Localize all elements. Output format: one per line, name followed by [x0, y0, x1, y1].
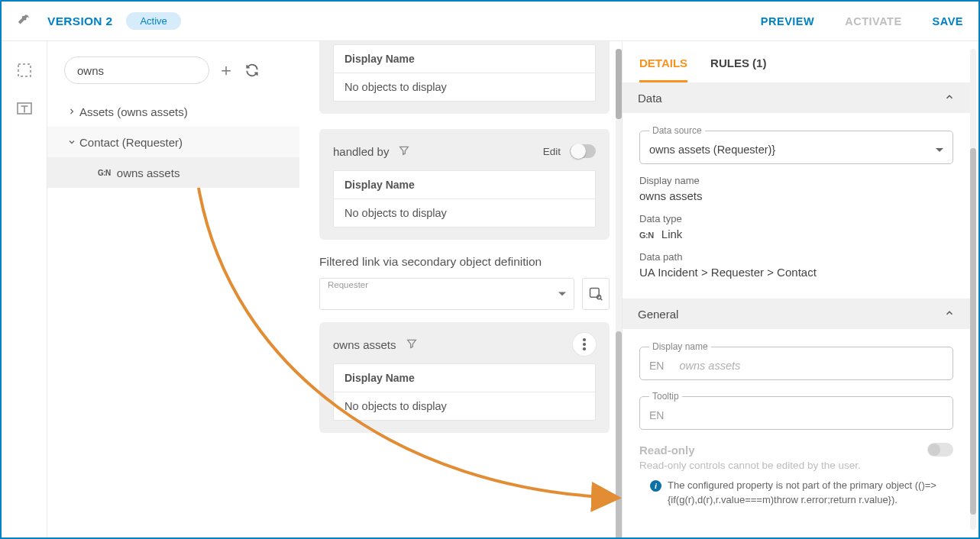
field-label: Data type	[639, 213, 953, 224]
canvas-scrollbar[interactable]	[616, 49, 622, 530]
activate-button: ACTIVATE	[845, 15, 901, 27]
text-frame-icon[interactable]	[15, 99, 34, 118]
chevron-down-icon	[558, 292, 566, 296]
card-affected-devices[interactable]: Affected devices Edit Display Name No ob…	[319, 41, 610, 114]
column-header: Display Name	[334, 45, 595, 73]
details-panel: DETAILS RULES (1) Data Data source owns …	[622, 41, 978, 537]
details-scrollbar[interactable]	[970, 49, 976, 530]
scrollbar-thumb[interactable]	[616, 331, 622, 539]
card-handled-by[interactable]: handled by Edit Display Name No objects …	[319, 129, 610, 240]
chevron-up-icon	[944, 308, 955, 321]
scrollbar-thumb[interactable]	[970, 148, 976, 515]
add-button[interactable]: ＋	[217, 61, 235, 79]
search-input[interactable]	[76, 63, 198, 78]
readonly-title: Read-only	[639, 444, 953, 457]
link-type-icon: G:N	[639, 231, 654, 240]
requester-select[interactable]: Requester	[319, 278, 574, 310]
tree-child-owns-assets[interactable]: G:N owns assets	[64, 157, 289, 188]
field-value: UA Incident > Requester > Contact	[639, 266, 953, 279]
general-section: Display name EN owns assets Tooltip EN R…	[623, 329, 970, 523]
left-rail	[2, 41, 47, 537]
card-owns-assets[interactable]: owns assets Display Name No objects to d…	[319, 322, 610, 433]
column-header: Display Name	[334, 171, 595, 199]
card-table: Display Name No objects to display	[333, 170, 596, 228]
info-icon: i	[650, 480, 661, 492]
tree-label: owns assets	[117, 166, 180, 179]
svg-rect-0	[18, 64, 31, 76]
card-title: owns assets	[333, 338, 396, 351]
readonly-subtitle: Read-only controls cannot be edited by t…	[639, 460, 953, 471]
edit-toggle[interactable]	[570, 144, 596, 158]
details-tabs: DETAILS RULES (1)	[623, 41, 970, 82]
tools-icon	[17, 11, 34, 31]
tab-rules[interactable]: RULES (1)	[710, 56, 766, 82]
data-section: Data source owns assets (Requester)} Dis…	[623, 113, 970, 299]
field-value: owns assets	[639, 189, 953, 202]
lang-prefix: EN	[649, 360, 664, 372]
field-label: Display name	[649, 341, 711, 352]
select-tool-icon[interactable]	[15, 61, 34, 79]
canvas-panel: Affected devices Edit Display Name No ob…	[307, 41, 622, 537]
tree-node-contact[interactable]: Contact (Requester)	[64, 127, 289, 157]
field-value: owns assets (Requester)}	[649, 144, 775, 156]
tooltip-input[interactable]: Tooltip EN	[639, 391, 953, 430]
field-label: Display name	[639, 175, 953, 186]
scrollbar-thumb[interactable]	[616, 49, 622, 119]
field-value: owns assets	[679, 360, 740, 372]
lang-prefix: EN	[649, 409, 664, 421]
filter-icon[interactable]	[406, 337, 418, 352]
card-title: handled by	[333, 145, 389, 158]
chevron-up-icon	[944, 92, 955, 105]
accordion-title: Data	[638, 92, 662, 105]
section-title: Filtered link via secondary object defin…	[319, 255, 610, 269]
tree-label: Assets (owns assets)	[79, 105, 188, 118]
link-type-icon: G:N	[98, 169, 111, 177]
chevron-down-icon	[936, 148, 943, 152]
version-label[interactable]: VERSION 2	[47, 15, 112, 28]
more-menu-button[interactable]	[573, 333, 596, 356]
field-label: Tooltip	[649, 391, 682, 402]
field-label: Data source	[649, 125, 705, 136]
accordion-data[interactable]: Data	[623, 82, 970, 113]
save-button[interactable]: SAVE	[933, 15, 963, 27]
empty-row: No objects to display	[334, 199, 595, 227]
accordion-title: General	[638, 308, 678, 321]
info-text: The configured property is not part of t…	[668, 479, 953, 508]
property-tree: Assets (owns assets) Contact (Requester)…	[64, 96, 289, 188]
readonly-toggle[interactable]	[927, 443, 953, 457]
field-value: G:N Link	[639, 228, 953, 240]
tree-label: Contact (Requester)	[79, 136, 183, 149]
empty-row: No objects to display	[334, 392, 595, 420]
preview-button[interactable]: PREVIEW	[761, 15, 814, 27]
info-message: i The configured property is not part of…	[639, 479, 953, 508]
chevron-down-icon	[64, 137, 79, 147]
edit-label: Edit	[543, 146, 561, 157]
refresh-button[interactable]	[243, 61, 261, 79]
tab-details[interactable]: DETAILS	[639, 56, 687, 82]
column-header: Display Name	[334, 364, 595, 392]
status-pill: Active	[126, 12, 180, 30]
field-label: Data path	[639, 251, 953, 263]
empty-row: No objects to display	[334, 73, 595, 101]
accordion-general[interactable]: General	[623, 299, 970, 329]
card-table: Display Name No objects to display	[333, 44, 596, 102]
display-name-input[interactable]: Display name EN owns assets	[639, 341, 953, 380]
filter-icon[interactable]	[398, 144, 410, 159]
explorer-panel: ＋ Assets (owns assets) Contact (Requeste…	[47, 41, 299, 537]
search-input-wrap[interactable]	[64, 56, 209, 84]
top-bar: VERSION 2 Active PREVIEW ACTIVATE SAVE	[2, 2, 978, 41]
tree-node-assets[interactable]: Assets (owns assets)	[64, 96, 289, 127]
lookup-button[interactable]	[582, 278, 610, 310]
card-table: Display Name No objects to display	[333, 363, 596, 421]
select-label: Requester	[328, 280, 368, 289]
chevron-right-icon	[64, 107, 79, 116]
data-source-select[interactable]: Data source owns assets (Requester)}	[639, 125, 953, 164]
